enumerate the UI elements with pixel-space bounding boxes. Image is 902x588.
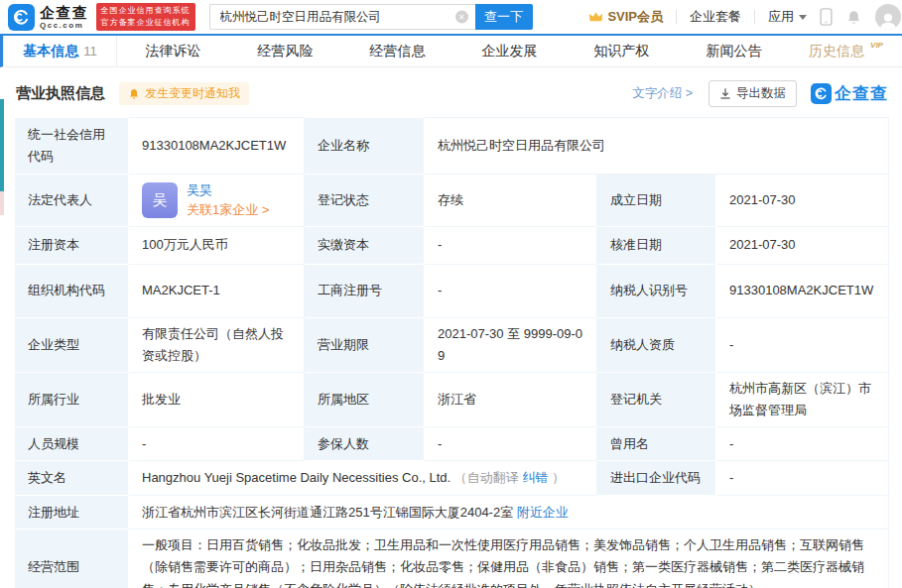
former-name-value: - [716, 427, 889, 461]
clear-search-icon[interactable]: ✕ [455, 11, 468, 24]
qcc-watermark-icon [811, 83, 832, 104]
mobile-app-icon[interactable] [820, 8, 833, 26]
biz-reg-no-value: - [425, 265, 597, 318]
search-input[interactable] [209, 4, 475, 30]
tab-news-announcements[interactable]: 新闻公告 [678, 36, 790, 66]
section-header: 营业执照信息 发生变更时通知我 文字介绍 > 导出数据 企查查 [0, 67, 902, 117]
staff-size-label: 人员规模 [15, 427, 129, 461]
auto-translate-note: （自动翻译 [454, 470, 519, 485]
table-row: 所属行业 批发业 所属地区 浙江省 登记机关 杭州市高新区（滨江）市场监督管理局 [15, 373, 889, 427]
biz-reg-no-label: 工商注册号 [305, 265, 425, 318]
tab-label: 企业发展 [482, 43, 538, 60]
export-data-button[interactable]: 导出数据 [709, 80, 797, 107]
legal-rep-avatar[interactable]: 吴 [142, 182, 178, 218]
table-row: 英文名 Hangzhou Yueji Spacetime Daily Neces… [15, 461, 889, 496]
english-name-value: Hangzhou Yueji Spacetime Daily Necessiti… [142, 470, 451, 485]
org-code-value: MA2KJCET-1 [129, 265, 305, 318]
chevron-down-icon [799, 15, 807, 20]
legal-rep-label: 法定代表人 [15, 175, 129, 227]
official-badge-line1: 全国企业信用查询系统 [101, 5, 191, 17]
tab-history-info[interactable]: 历史信息VIP [790, 36, 902, 66]
vip-tag: VIP [870, 41, 883, 50]
company-name-label: 企业名称 [305, 118, 425, 175]
auto-translate-note-close: ） [552, 470, 565, 485]
svip-label: SVIP会员 [607, 8, 663, 26]
top-bar: 企查查 Qcc.com 全国企业信用查询系统 官方备案企业征信机构 ✕ 查一下 … [0, 0, 902, 34]
tab-label: 新闻公告 [707, 43, 762, 60]
tab-label: 经营风险 [258, 43, 314, 60]
company-name-value: 杭州悦己时空日用品有限公司 [425, 118, 889, 175]
credit-code-value: 91330108MA2KJCET1W [129, 118, 305, 175]
tab-operation-risk[interactable]: 经营风险 [229, 36, 341, 66]
region-label: 所属地区 [305, 373, 425, 427]
tab-legal-proceedings[interactable]: 法律诉讼 [117, 36, 229, 66]
related-companies-link[interactable]: 关联1家企业 > [187, 202, 269, 217]
enterprise-package-link[interactable]: 企业套餐 [690, 8, 741, 26]
approval-date-label: 核准日期 [597, 227, 716, 265]
legal-rep-cell: 吴 吴昊 关联1家企业 > [129, 175, 305, 227]
left-edge-stripe [0, 99, 4, 191]
reg-status-label: 登记状态 [305, 175, 425, 227]
credit-code-label: 统一社会信用代码 [15, 118, 129, 175]
divider [754, 10, 755, 24]
brand-name: 企查查 [40, 5, 89, 20]
svip-member-link[interactable]: SVIP会员 [588, 8, 663, 26]
nav-tab-bar: 基本信息 11 法律诉讼 经营风险 经营信息 企业发展 知识产权 新闻公告 历史… [0, 34, 902, 67]
tab-company-development[interactable]: 企业发展 [453, 36, 566, 66]
reg-status-value: 存续 [425, 175, 597, 227]
official-badge-line2: 官方备案企业征信机构 [101, 17, 191, 29]
section-title: 营业执照信息 [16, 84, 105, 103]
user-avatar[interactable] [875, 4, 901, 30]
table-row: 组织机构代码 MA2KJCET-1 工商注册号 - 纳税人识别号 9133010… [15, 265, 889, 318]
paid-capital-label: 实缴资本 [305, 227, 425, 265]
staff-size-value: - [129, 427, 305, 461]
org-code-label: 组织机构代码 [15, 265, 129, 318]
biz-term-label: 营业期限 [305, 318, 425, 373]
former-name-label: 曾用名 [597, 427, 716, 461]
tab-basic-info-label: 基本信息 [23, 43, 78, 60]
apps-dropdown[interactable]: 应用 [768, 8, 807, 26]
search-button[interactable]: 查一下 [475, 4, 533, 30]
notify-on-change-button[interactable]: 发生变更时通知我 [119, 82, 249, 105]
tab-intellectual-property[interactable]: 知识产权 [566, 36, 678, 66]
notification-bell-icon[interactable] [845, 9, 862, 26]
reg-authority-value: 杭州市高新区（滨江）市场监督管理局 [716, 373, 889, 427]
reg-address-label: 注册地址 [15, 496, 129, 529]
taxpayer-qualification-value: - [716, 318, 889, 373]
company-type-label: 企业类型 [15, 318, 129, 373]
tab-label: 历史信息 [809, 43, 864, 60]
apps-label: 应用 [768, 8, 794, 26]
tab-operation-info[interactable]: 经营信息 [341, 36, 453, 66]
taxpayer-id-label: 纳税人识别号 [597, 265, 716, 318]
text-intro-link[interactable]: 文字介绍 > [632, 85, 693, 102]
qcc-logo-icon [8, 4, 35, 31]
table-row: 注册资本 100万元人民币 实缴资本 - 核准日期 2021-07-30 [15, 227, 889, 265]
biz-scope-label: 经营范围 [15, 529, 129, 588]
left-edge-stripe-secondary [0, 191, 4, 215]
industry-value: 批发业 [129, 373, 305, 427]
tab-basic-info-count: 11 [83, 44, 97, 59]
search-box: ✕ [209, 4, 475, 30]
tab-basic-info[interactable]: 基本信息 11 [3, 36, 117, 66]
reg-authority-label: 登记机关 [597, 373, 716, 427]
correct-error-link[interactable]: 纠错 [522, 470, 548, 485]
nearby-companies-link[interactable]: 附近企业 [517, 505, 569, 520]
export-label: 导出数据 [736, 85, 786, 102]
tab-label: 经营信息 [370, 43, 426, 60]
import-export-code-label: 进出口企业代码 [597, 461, 716, 496]
taxpayer-id-value: 91330108MA2KJCET1W [716, 265, 889, 318]
crown-icon [588, 11, 603, 23]
brand-text: 企查查 Qcc.com [40, 5, 89, 30]
paid-capital-value: - [425, 227, 597, 265]
region-value: 浙江省 [425, 373, 597, 427]
divider [676, 10, 677, 24]
qcc-watermark-text: 企查查 [835, 82, 888, 105]
legal-rep-name-link[interactable]: 吴昊 [187, 182, 212, 197]
notify-label: 发生变更时通知我 [145, 85, 240, 102]
business-license-table: 统一社会信用代码 91330108MA2KJCET1W 企业名称 杭州悦己时空日… [14, 117, 889, 588]
reg-address-value: 浙江省杭州市滨江区长河街道通江路251号江锦国际大厦2404-2室 [142, 505, 513, 520]
table-row: 企业类型 有限责任公司（自然人投资或控股） 营业期限 2021-07-30 至 … [15, 318, 889, 373]
official-badge: 全国企业信用查询系统 官方备案企业征信机构 [96, 3, 195, 32]
company-type-value: 有限责任公司（自然人投资或控股） [129, 318, 305, 373]
biz-scope-value: 一般项目：日用百货销售；化妆品批发；卫生用品和一次性使用医疗用品销售；美发饰品销… [129, 529, 889, 588]
